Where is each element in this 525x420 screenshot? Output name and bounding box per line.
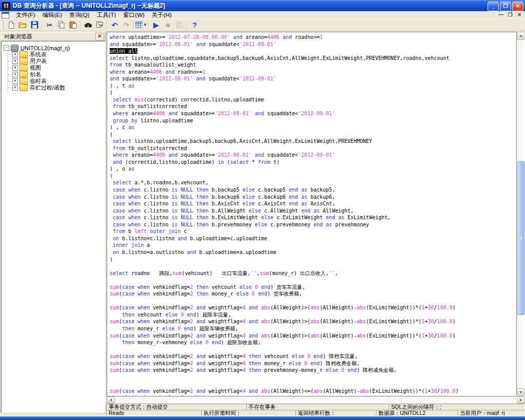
- replace-icon[interactable]: [94, 19, 106, 30]
- code-line: (: [110, 89, 516, 96]
- object-browser-title: 对象浏览器: [4, 33, 95, 40]
- code-line: ) , t as: [110, 82, 516, 90]
- code-line: from tb_outlistcorrected: [110, 145, 516, 152]
- status-main-cell-1: 执行所需时间：: [201, 410, 295, 416]
- expand-icon[interactable]: +: [12, 65, 18, 71]
- toolbar-grip[interactable]: [1, 20, 4, 29]
- close-button[interactable]: ✕: [512, 2, 523, 11]
- code-line: union all: [110, 48, 516, 55]
- code-line: case when c.listno is NULL then b.ExLimi…: [110, 214, 516, 221]
- app-icon: [2, 2, 10, 10]
- mdi-minimize-button[interactable]: —: [497, 12, 504, 18]
- expand-icon[interactable]: +: [12, 52, 18, 57]
- open-file-icon[interactable]: [17, 19, 29, 30]
- code-line: then money_r-vehmoney else 0 end) 超限加收金额…: [110, 339, 516, 346]
- code-line: where uploadtime>='2012-07-28-00.00.00' …: [110, 34, 516, 41]
- expand-icon[interactable]: +: [12, 58, 18, 64]
- database-icon: [11, 45, 18, 52]
- code-line: then vehcount else 0 end) 超限车流量,: [110, 311, 516, 319]
- code-line: select listno,uploadtime,squaddate,backu…: [110, 55, 516, 62]
- object-browser-header: 对象浏览器 ✕: [1, 32, 106, 41]
- mdi-close-button[interactable]: ✕: [516, 12, 523, 18]
- sql-code-area[interactable]: where uploadtime>='2012-07-28-00.00.00' …: [107, 32, 517, 396]
- menu-bar: 文件(F)编辑(E)查询(Q)工具(T)窗口(W)关于(H) — ❐ ✕: [0, 11, 525, 18]
- menu-tools[interactable]: 工具(T): [93, 11, 120, 19]
- minimize-button[interactable]: _: [488, 2, 499, 11]
- vertical-scroll-thumb[interactable]: [517, 161, 524, 315]
- code-line: select listno,uploadtime,backup5,backup6…: [110, 138, 516, 145]
- window-title: DB 查询分析器 - [查询 -- UNITOLL2\magf_rj --无标题…: [13, 2, 165, 10]
- run-to-grid-icon: [174, 19, 186, 30]
- code-line: ): [110, 256, 516, 263]
- run-icon[interactable]: ▶: [150, 19, 162, 30]
- code-line: sum(case when vehkindflag=2 then money_r…: [110, 290, 516, 298]
- status-bar-main: Ready执行所需时间：返回结果行数：数据源：UNITOLL2当前用户：magf…: [106, 410, 525, 416]
- status-transaction-cell-1: 不存在事务: [246, 404, 389, 410]
- window-bottom-border: [0, 416, 525, 420]
- close-icon[interactable]: ✕: [95, 33, 104, 40]
- status-main-cell-2: 返回结果行数：: [295, 410, 376, 416]
- horizontal-scrollbar[interactable]: [107, 396, 525, 404]
- sql-editor: where uploadtime>='2012-07-28-00.00.00' …: [107, 32, 525, 404]
- toolbar-separator: [107, 20, 108, 29]
- code-line: and squaddate>='2012-08-01' and squaddat…: [110, 41, 516, 48]
- title-bar: DB 查询分析器 - [查询 -- UNITOLL2\magf_rj --无标题…: [0, 0, 525, 11]
- code-line: from tb_outlistcorrected: [110, 103, 516, 110]
- code-line: then money_r else 0 end) 超限车辆收费额,: [110, 325, 516, 332]
- code-line: sum(case when vehkindflag=2 and weightfl…: [110, 388, 516, 395]
- expand-icon[interactable]: +: [12, 85, 18, 91]
- redo-icon: ↷: [120, 19, 132, 30]
- code-line: group by listno,uploadtime: [110, 117, 516, 124]
- code-line: and (correctid,listno,uploadtime) in (se…: [110, 159, 516, 166]
- menu-edit[interactable]: 编辑(E): [39, 11, 66, 19]
- code-line: where areano=4406 and roadno>=1: [110, 69, 516, 76]
- save-icon[interactable]: [29, 19, 41, 30]
- cut-icon[interactable]: ✂: [44, 19, 55, 30]
- scroll-right-icon[interactable]: [517, 396, 525, 404]
- object-browser-panel: 对象浏览器 ✕ -UNITOLL2(magf_rj)+系统表+用户表+视图+别名…: [1, 32, 106, 413]
- code-line: from tb_manualoutlist_weight: [110, 61, 516, 69]
- vertical-scrollbar[interactable]: [517, 32, 525, 396]
- code-line: sum(case when vehkindflag=2 and weightfl…: [110, 318, 516, 325]
- code-line: where areano=4406 and squaddate>='2012-0…: [110, 152, 516, 159]
- toolbar-separator: [187, 20, 188, 29]
- help-icon[interactable]: ?: [189, 19, 200, 30]
- code-line: on b.listno=c.listno and b.uploadtime=c.…: [110, 235, 516, 242]
- status-bar-transaction: 事务提交方式：自动提交不存在事务SQL之间的分隔符：;: [106, 404, 525, 410]
- stop-icon: ■: [162, 19, 174, 30]
- scroll-down-icon[interactable]: [517, 388, 524, 396]
- toolbar: ✂↶↷▼▶■?: [0, 18, 525, 31]
- scroll-left-icon[interactable]: [107, 396, 115, 404]
- scroll-up-icon[interactable]: [517, 32, 524, 40]
- tree-folder-label: 存贮过程/函数: [30, 84, 65, 92]
- paste-icon[interactable]: [67, 19, 79, 30]
- mdi-restore-button[interactable]: ❐: [507, 12, 514, 18]
- code-line: ) , o as: [110, 165, 516, 173]
- expand-icon[interactable]: +: [12, 72, 18, 77]
- new-file-icon[interactable]: [5, 19, 17, 30]
- status-transaction-cell-0: 事务提交方式：自动提交: [106, 404, 246, 410]
- code-line: case when c.listno is NULL then b.AxisCn…: [110, 200, 516, 207]
- tree-folder-item[interactable]: +存贮过程/函数: [8, 85, 105, 91]
- code-line: [110, 374, 516, 381]
- status-main-cell-3: 数据源：UNITOLL2: [376, 410, 457, 416]
- restore-button[interactable]: ❐: [500, 2, 511, 11]
- menu-query[interactable]: 查询(Q): [66, 11, 93, 19]
- undo-icon[interactable]: ↶: [109, 19, 120, 30]
- menu-window[interactable]: 窗口(W): [119, 11, 148, 19]
- code-line: case when c.listno is NULL then b.backup…: [110, 186, 516, 194]
- find-icon[interactable]: [82, 19, 94, 30]
- child-window-icon[interactable]: [2, 12, 9, 18]
- object-tree: -UNITOLL2(magf_rj)+系统表+用户表+视图+别名+临时表+存贮过…: [1, 41, 106, 413]
- expand-icon[interactable]: +: [12, 78, 18, 84]
- toolbar-separator: [42, 20, 43, 29]
- code-line: select roadno 路段,sum(vehcount) 出口车流量,'',…: [110, 270, 516, 277]
- result-grid-icon[interactable]: ▼: [135, 19, 147, 30]
- collapse-icon[interactable]: -: [4, 45, 9, 51]
- menu-about[interactable]: 关于(H): [148, 11, 175, 19]
- toolbar-separator: [133, 20, 134, 29]
- tree-root-database[interactable]: -UNITOLL2(magf_rj): [4, 45, 105, 51]
- code-line: [110, 277, 516, 284]
- copy-icon[interactable]: [55, 19, 67, 30]
- menu-file[interactable]: 文件(F): [12, 11, 39, 19]
